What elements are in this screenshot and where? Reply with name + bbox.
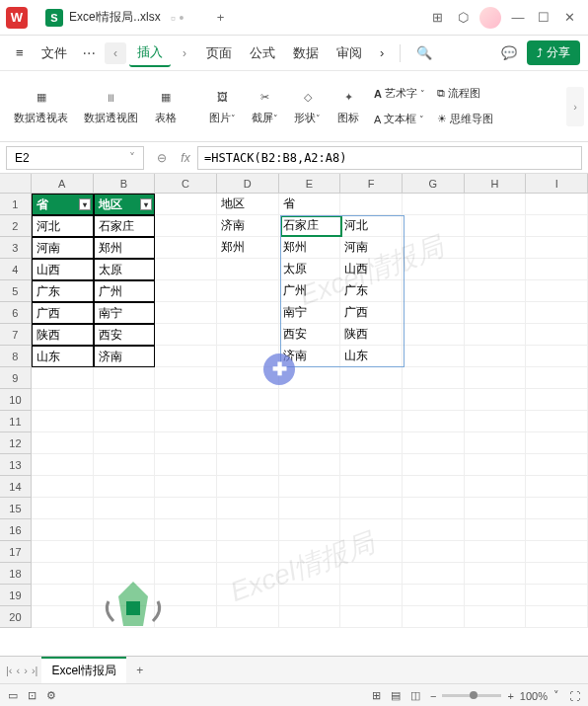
view-settings-icon[interactable]: ⚙ — [46, 689, 56, 702]
row-header[interactable]: 3 — [0, 237, 32, 259]
textbox-button[interactable]: A文本框˅ — [374, 109, 425, 130]
cell[interactable] — [526, 519, 588, 541]
cell[interactable] — [465, 606, 527, 628]
cell[interactable] — [465, 194, 527, 215]
formula-input[interactable]: =HSTACK(B2:B8,A2:A8) — [197, 146, 582, 170]
view-normal-icon[interactable]: ▭ — [8, 689, 18, 702]
cell[interactable] — [526, 606, 588, 628]
cell[interactable] — [94, 432, 156, 454]
cube-icon[interactable]: ⬡ — [450, 5, 476, 31]
cell[interactable] — [465, 498, 527, 519]
cell[interactable] — [403, 194, 465, 215]
cell[interactable] — [155, 280, 217, 302]
cell[interactable] — [465, 237, 527, 259]
cell[interactable] — [465, 302, 527, 324]
cell[interactable] — [155, 476, 217, 498]
view-page-icon[interactable]: ▤ — [391, 689, 401, 702]
cell[interactable]: 西安 — [94, 324, 156, 346]
cell[interactable] — [465, 563, 527, 585]
file-menu[interactable]: 文件 — [34, 40, 75, 66]
cell[interactable] — [94, 541, 156, 563]
cell[interactable]: 南宁 — [279, 302, 341, 324]
zoom-in-button[interactable]: + — [507, 690, 513, 702]
cell[interactable] — [526, 194, 588, 215]
row-header[interactable]: 12 — [0, 432, 32, 454]
cell[interactable]: 河南 — [340, 237, 403, 259]
cell[interactable]: 济南 — [94, 346, 156, 367]
cell[interactable] — [526, 324, 588, 346]
cell[interactable]: 南宁 — [94, 302, 156, 324]
tab-insert[interactable]: 插入 — [129, 39, 171, 67]
fullscreen-icon[interactable]: ⛶ — [569, 690, 580, 702]
cell[interactable] — [217, 519, 279, 541]
cell[interactable]: 山东 — [340, 346, 403, 367]
cell[interactable] — [403, 237, 465, 259]
cell[interactable] — [403, 259, 465, 280]
cell[interactable] — [32, 541, 94, 563]
cell[interactable] — [217, 411, 279, 432]
zoom-out-button[interactable]: − — [430, 690, 436, 702]
tab-data[interactable]: 数据 — [285, 40, 327, 66]
sheet-first[interactable]: |‹ — [6, 665, 13, 676]
cell[interactable]: 石家庄 — [94, 215, 156, 237]
cell[interactable]: 地区 — [217, 194, 279, 215]
screenshot-button[interactable]: ✂截屏˅ — [244, 87, 286, 125]
cell[interactable] — [340, 194, 403, 215]
cell[interactable]: 济南 — [279, 346, 341, 367]
name-box[interactable]: E2˅ — [6, 146, 144, 170]
chat-icon[interactable]: 💬 — [493, 41, 525, 64]
cell[interactable] — [217, 346, 279, 367]
col-header[interactable]: B — [94, 174, 156, 193]
cell[interactable] — [403, 389, 465, 411]
cell[interactable]: 郑州 — [94, 237, 156, 259]
cell[interactable]: 省 — [279, 194, 341, 215]
cell[interactable]: 太原 — [94, 259, 156, 280]
cell[interactable] — [403, 498, 465, 519]
cell[interactable] — [403, 367, 465, 389]
cell[interactable] — [155, 302, 217, 324]
cell[interactable] — [403, 563, 465, 585]
cell[interactable] — [403, 346, 465, 367]
cell[interactable] — [526, 389, 588, 411]
cell[interactable] — [94, 389, 156, 411]
cancel-formula-icon[interactable]: ⊖ — [150, 151, 174, 165]
cell[interactable] — [155, 237, 217, 259]
cell[interactable] — [340, 476, 403, 498]
cell[interactable] — [32, 498, 94, 519]
cell[interactable]: 广西 — [340, 302, 403, 324]
row-header[interactable]: 5 — [0, 280, 32, 302]
cell[interactable] — [32, 454, 94, 476]
row-header[interactable]: 7 — [0, 324, 32, 346]
tab-formula[interactable]: 公式 — [242, 40, 283, 66]
cell[interactable] — [217, 563, 279, 585]
cell[interactable] — [403, 302, 465, 324]
cell[interactable]: 河北 — [32, 215, 94, 237]
row-header[interactable]: 16 — [0, 519, 32, 541]
cell[interactable] — [217, 432, 279, 454]
share-button[interactable]: ⤴分享 — [527, 40, 580, 65]
cell[interactable] — [94, 454, 156, 476]
cell[interactable] — [340, 389, 403, 411]
cell[interactable] — [340, 606, 403, 628]
cell[interactable] — [526, 302, 588, 324]
cell[interactable] — [155, 367, 217, 389]
view-reading-icon[interactable]: ⊡ — [28, 689, 37, 702]
cell[interactable] — [340, 454, 403, 476]
picture-button[interactable]: 🖼图片˅ — [201, 87, 244, 125]
cell[interactable] — [526, 259, 588, 280]
cell[interactable] — [340, 411, 403, 432]
cell[interactable] — [155, 519, 217, 541]
fx-icon[interactable]: fx — [174, 151, 197, 165]
cell[interactable] — [279, 367, 341, 389]
minimize-button[interactable]: — — [505, 5, 531, 31]
cell[interactable] — [465, 476, 527, 498]
table-button[interactable]: ▦表格 — [146, 87, 185, 125]
cell[interactable]: 山西 — [340, 259, 403, 280]
mindmap-button[interactable]: ☀思维导图 — [437, 109, 493, 130]
filter-dropdown[interactable]: ▾ — [79, 198, 91, 210]
row-header[interactable]: 1 — [0, 194, 32, 215]
cell[interactable] — [403, 519, 465, 541]
cell[interactable] — [526, 411, 588, 432]
cell[interactable]: 济南 — [217, 215, 279, 237]
cell[interactable] — [155, 541, 217, 563]
